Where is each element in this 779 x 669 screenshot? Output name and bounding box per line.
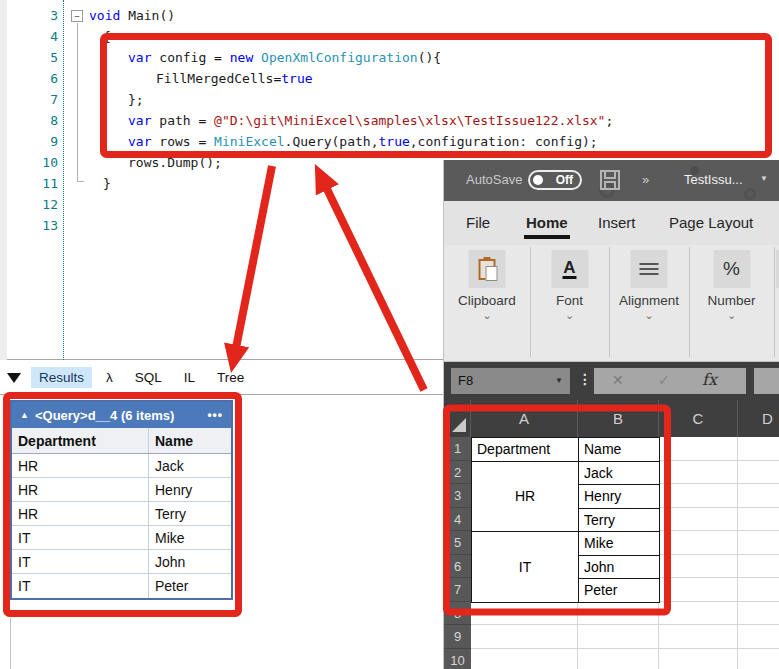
merged-cell-A2-A4[interactable]: HR bbox=[471, 461, 579, 533]
cell-B1[interactable]: Name bbox=[578, 437, 660, 462]
grid-cell[interactable] bbox=[578, 625, 659, 649]
grid-cell[interactable] bbox=[659, 484, 738, 508]
table-menu-icon[interactable]: ••• bbox=[207, 408, 223, 422]
formula-input-stub[interactable] bbox=[754, 368, 779, 394]
collapse-panel-icon[interactable] bbox=[7, 373, 21, 383]
row-header-6[interactable]: 6 bbox=[444, 555, 471, 579]
name-box[interactable]: F8 ▼ bbox=[451, 368, 570, 394]
chevron-down-icon[interactable]: ⌄ bbox=[609, 309, 689, 322]
collapse-table-icon[interactable]: ▲ bbox=[20, 410, 29, 420]
grid-cell[interactable] bbox=[738, 437, 779, 461]
result-row[interactable]: ITPeter bbox=[12, 574, 231, 598]
code-line[interactable]: 5var config = new OpenXmlConfiguration()… bbox=[0, 47, 779, 68]
grid-cell[interactable] bbox=[471, 602, 578, 626]
insert-function-icon[interactable]: fx bbox=[702, 370, 717, 389]
column-header-D[interactable]: D bbox=[738, 400, 779, 437]
grid-cell[interactable] bbox=[659, 437, 738, 461]
ribbon-group-label: Number bbox=[689, 293, 774, 308]
menu-tab-file[interactable]: File bbox=[466, 214, 490, 231]
row-header-10[interactable]: 10 bbox=[444, 649, 471, 669]
code-line[interactable]: 6FillMergedCells=true bbox=[0, 68, 779, 89]
column-header-B[interactable]: B bbox=[578, 400, 659, 437]
font-underline-icon[interactable]: A bbox=[551, 250, 588, 288]
select-all-corner[interactable] bbox=[444, 400, 471, 437]
cell-B4[interactable]: Terry bbox=[578, 508, 660, 533]
code-line[interactable]: 7}; bbox=[0, 89, 779, 110]
row-header-7[interactable]: 7 bbox=[444, 578, 471, 602]
grid-cell[interactable] bbox=[659, 555, 738, 579]
row-header-2[interactable]: 2 bbox=[444, 461, 471, 485]
grid-cell[interactable] bbox=[738, 649, 779, 669]
menu-tab-insert[interactable]: Insert bbox=[598, 214, 636, 231]
cell-B6[interactable]: John bbox=[578, 555, 660, 580]
autosave-toggle[interactable]: Off bbox=[528, 170, 582, 190]
code-line[interactable]: 8var path = @"D:\git\MiniExcel\samples\x… bbox=[0, 110, 779, 131]
row-header-1[interactable]: 1 bbox=[444, 437, 471, 461]
save-icon[interactable] bbox=[599, 169, 621, 191]
tab-il[interactable]: IL bbox=[176, 367, 203, 388]
grid-cell[interactable] bbox=[659, 531, 738, 555]
code-line[interactable]: 9var rows = MiniExcel.Query(path,true,co… bbox=[0, 131, 779, 152]
grid-cell[interactable] bbox=[738, 484, 779, 508]
worksheet[interactable]: DepartmentNameHRITJackHenryTerryMikeJohn… bbox=[471, 437, 779, 669]
merged-cell-A5-A7[interactable]: IT bbox=[471, 531, 579, 603]
grid-cell[interactable] bbox=[659, 602, 738, 626]
percent-icon[interactable]: % bbox=[713, 250, 750, 288]
code-line[interactable]: 3void Main() bbox=[0, 5, 779, 26]
cell-B7[interactable]: Peter bbox=[578, 578, 660, 603]
row-header-8[interactable]: 8 bbox=[444, 602, 471, 626]
chevron-down-icon[interactable]: ⌄ bbox=[689, 309, 774, 322]
column-header-A[interactable]: A bbox=[471, 400, 578, 437]
row-header-5[interactable]: 5 bbox=[444, 531, 471, 555]
formula-bar-dots-icon[interactable]: ⋮ bbox=[578, 371, 592, 387]
cell-A1[interactable]: Department bbox=[471, 437, 579, 462]
clipboard-icon[interactable] bbox=[469, 250, 506, 288]
chevron-down-icon[interactable]: ⌄ bbox=[444, 309, 530, 322]
column-header-C[interactable]: C bbox=[659, 400, 738, 437]
column-header-name: Name bbox=[149, 428, 231, 453]
grid-cell[interactable] bbox=[659, 578, 738, 602]
grid-cell[interactable] bbox=[471, 649, 578, 669]
excel-menubar: FileHomeInsertPage Layout bbox=[444, 201, 779, 245]
grid-cell[interactable] bbox=[578, 649, 659, 669]
grid-cell[interactable] bbox=[659, 461, 738, 485]
cell-B2[interactable]: Jack bbox=[578, 461, 660, 486]
align-lines-icon[interactable] bbox=[631, 250, 668, 288]
cell-B3[interactable]: Henry bbox=[578, 484, 660, 509]
tab-λ[interactable]: λ bbox=[98, 367, 121, 388]
result-row[interactable]: ITJohn bbox=[12, 550, 231, 574]
grid-cell[interactable] bbox=[738, 531, 779, 555]
grid-cell[interactable] bbox=[738, 461, 779, 485]
grid-cell[interactable] bbox=[738, 602, 779, 626]
result-table-header[interactable]: ▲ <Query>d__4 (6 items) ••• bbox=[12, 402, 231, 428]
code-line[interactable]: 4{ bbox=[0, 26, 779, 47]
tab-sql[interactable]: SQL bbox=[127, 367, 170, 388]
result-row[interactable]: HRHenry bbox=[12, 478, 231, 502]
grid-cell[interactable] bbox=[471, 625, 578, 649]
grid-cell[interactable] bbox=[738, 555, 779, 579]
grid-cell[interactable] bbox=[659, 508, 738, 532]
menu-tab-page-layout[interactable]: Page Layout bbox=[669, 214, 753, 231]
result-row[interactable]: HRJack bbox=[12, 454, 231, 478]
grid-cell[interactable] bbox=[659, 625, 738, 649]
grid-cell[interactable] bbox=[738, 508, 779, 532]
grid-cell[interactable] bbox=[738, 578, 779, 602]
row-header-3[interactable]: 3 bbox=[444, 484, 471, 508]
tab-tree[interactable]: Tree bbox=[209, 367, 252, 388]
cancel-icon[interactable]: ✕ bbox=[612, 372, 624, 388]
grid-cell[interactable] bbox=[738, 625, 779, 649]
grid-cell[interactable] bbox=[578, 602, 659, 626]
menu-tab-home[interactable]: Home bbox=[526, 214, 568, 231]
name-box-caret-icon[interactable]: ▼ bbox=[555, 368, 563, 394]
title-dropdown-icon[interactable]: ▼ bbox=[760, 174, 768, 183]
enter-icon[interactable]: ✓ bbox=[658, 372, 670, 388]
chevron-down-icon[interactable]: ⌄ bbox=[530, 309, 609, 322]
row-header-9[interactable]: 9 bbox=[444, 625, 471, 649]
tab-results[interactable]: Results bbox=[31, 367, 92, 388]
result-row[interactable]: ITMike bbox=[12, 526, 231, 550]
cell-B5[interactable]: Mike bbox=[578, 531, 660, 556]
grid-cell[interactable] bbox=[659, 649, 738, 669]
result-row[interactable]: HRTerry bbox=[12, 502, 231, 526]
row-header-4[interactable]: 4 bbox=[444, 508, 471, 532]
ribbon-overflow-icon[interactable]: » bbox=[642, 172, 648, 187]
